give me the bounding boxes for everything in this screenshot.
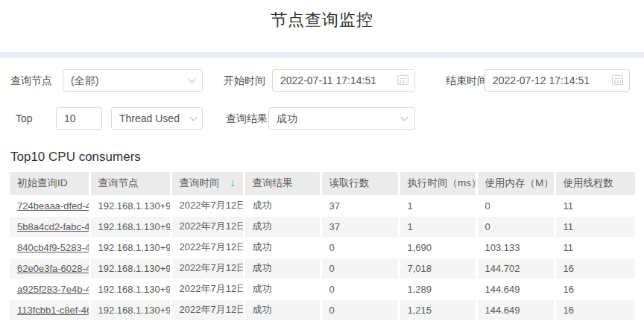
query-id-link[interactable]: 113fcbb1-c8ef-46 xyxy=(17,305,89,316)
table-header-row: 初始查询ID查询节点↓查询时间查询结果读取行数执行时间（ms）使用内存（M）使用… xyxy=(10,172,635,195)
table-cell: 192.168.1.130+96 xyxy=(89,279,171,299)
table-cell: 2022年7月12日 1 xyxy=(171,279,244,299)
table-cell: 144.649 xyxy=(476,299,555,320)
query-node-select[interactable]: (全部) xyxy=(63,69,203,92)
page-title: 节点查询监控 xyxy=(0,9,644,31)
metric-select[interactable]: Thread Used xyxy=(111,107,203,130)
start-time-label: 开始时间 xyxy=(224,69,265,92)
table-row: 62e0e3fa-6028-4e192.168.1.130+962022年7月1… xyxy=(10,258,635,279)
table-cell: 0 xyxy=(321,258,399,279)
table-cell: 1 xyxy=(399,216,476,237)
table-cell: 成功 xyxy=(244,237,321,258)
table-cell: 0 xyxy=(476,195,555,216)
top-count-input[interactable] xyxy=(56,107,102,130)
table-cell: 192.168.1.130+96 xyxy=(89,195,171,216)
end-time-input[interactable] xyxy=(484,69,630,92)
calendar-icon[interactable] xyxy=(397,75,408,85)
table-cell: 成功 xyxy=(244,258,321,279)
table-cell: 成功 xyxy=(244,195,321,216)
column-header[interactable]: 初始查询ID xyxy=(10,172,89,195)
section-title: Top10 CPU consumers xyxy=(10,150,141,165)
table-row: 5b8a4cd2-fabc-4192.168.1.130+962022年7月12… xyxy=(10,216,635,237)
table-cell: 2022年7月12日 1 xyxy=(171,237,244,258)
column-header-label: 执行时间（ms） xyxy=(408,177,477,188)
sort-down-icon[interactable]: ↓ xyxy=(230,177,236,188)
query-node-label: 查询节点 xyxy=(10,69,52,92)
table-body: 724beaaa-dfed-4192.168.1.130+962022年7月12… xyxy=(10,195,635,320)
column-header-label: 初始查询ID xyxy=(17,177,68,188)
table-cell: 5b8a4cd2-fabc-4 xyxy=(10,216,89,237)
top10-cpu-table: 初始查询ID查询节点↓查询时间查询结果读取行数执行时间（ms）使用内存（M）使用… xyxy=(10,172,635,320)
column-header[interactable]: 使用内存（M） xyxy=(476,172,555,195)
filter-row-2: Top Thread Used 查询结果 成功 xyxy=(0,107,644,130)
table-cell: 103.133 xyxy=(476,237,555,258)
table-cell: 840cb4f9-5283-4 xyxy=(10,237,89,258)
table-cell: 144.649 xyxy=(476,279,555,299)
column-header[interactable]: 使用线程数 xyxy=(555,172,635,195)
table-cell: 2022年7月12日 1 xyxy=(171,195,244,216)
query-result-label: 查询结果 xyxy=(226,107,268,130)
table-cell: 1,289 xyxy=(399,279,476,299)
column-header[interactable]: 读取行数 xyxy=(321,172,399,195)
table-row: 840cb4f9-5283-4192.168.1.130+962022年7月12… xyxy=(10,237,635,258)
table-cell: 7,018 xyxy=(399,258,476,279)
table-cell: 成功 xyxy=(244,279,321,299)
table-cell: 37 xyxy=(321,216,399,237)
table-cell: a925f283-7e4b-4 xyxy=(10,279,89,299)
query-id-link[interactable]: 840cb4f9-5283-4 xyxy=(17,242,89,253)
end-time-label: 结束时间 xyxy=(446,69,487,92)
table-row: 113fcbb1-c8ef-46192.168.1.130+962022年7月1… xyxy=(10,299,635,320)
table-cell: 11 xyxy=(555,216,635,237)
table-cell: 0 xyxy=(321,237,399,258)
table-cell: 0 xyxy=(321,299,399,320)
query-id-link[interactable]: 724beaaa-dfed-4 xyxy=(17,200,89,212)
table-cell: 192.168.1.130+96 xyxy=(89,299,171,320)
table-cell: 37 xyxy=(321,195,399,216)
start-time-input[interactable] xyxy=(272,69,415,92)
column-header[interactable]: ↓查询时间 xyxy=(171,172,244,195)
table-cell: 成功 xyxy=(244,299,321,320)
table-cell: 0 xyxy=(476,216,555,237)
column-header-label: 查询时间 xyxy=(180,177,220,188)
table-cell: 2022年7月12日 1 xyxy=(171,258,244,279)
column-header-label: 使用线程数 xyxy=(564,177,614,188)
table-cell: 16 xyxy=(555,258,635,279)
table-cell: 192.168.1.130+96 xyxy=(89,237,171,258)
table-cell: 1 xyxy=(399,195,476,216)
end-time-field xyxy=(484,69,630,92)
table-cell: 1,215 xyxy=(399,299,476,320)
table-cell: 16 xyxy=(555,299,635,320)
calendar-icon[interactable] xyxy=(612,75,623,85)
query-id-link[interactable]: a925f283-7e4b-4 xyxy=(17,284,89,295)
table-cell: 2022年7月12日 1 xyxy=(171,299,244,320)
table-cell: 113fcbb1-c8ef-46 xyxy=(10,299,89,320)
table-cell: 1,690 xyxy=(399,237,476,258)
top-label: Top xyxy=(16,107,33,130)
table-row: 724beaaa-dfed-4192.168.1.130+962022年7月12… xyxy=(10,195,635,216)
query-id-link[interactable]: 5b8a4cd2-fabc-4 xyxy=(17,221,89,232)
table-cell: 724beaaa-dfed-4 xyxy=(10,195,89,216)
column-header[interactable]: 执行时间（ms） xyxy=(399,172,476,195)
column-header-label: 查询节点 xyxy=(98,177,139,188)
table-cell: 11 xyxy=(555,195,635,216)
column-header[interactable]: 查询结果 xyxy=(244,172,321,195)
table-cell: 144.702 xyxy=(476,258,555,279)
table-cell: 2022年7月12日 1 xyxy=(171,216,244,237)
query-result-select-value: 成功 xyxy=(268,107,415,130)
start-time-field xyxy=(272,69,415,92)
table-row: a925f283-7e4b-4192.168.1.130+962022年7月12… xyxy=(10,279,635,299)
table-cell: 成功 xyxy=(244,216,321,237)
column-header-label: 读取行数 xyxy=(329,177,370,188)
section-divider xyxy=(0,52,644,58)
column-header[interactable]: 查询节点 xyxy=(89,172,171,195)
query-id-link[interactable]: 62e0e3fa-6028-4e xyxy=(17,263,89,274)
table-cell: 11 xyxy=(555,237,635,258)
table-cell: 192.168.1.130+96 xyxy=(89,216,171,237)
query-result-select[interactable]: 成功 xyxy=(268,107,415,130)
table-cell: 0 xyxy=(321,279,399,299)
metric-select-value: Thread Used xyxy=(111,107,203,130)
table-cell: 192.168.1.130+96 xyxy=(89,258,171,279)
table-cell: 62e0e3fa-6028-4e xyxy=(10,258,89,279)
table-cell: 16 xyxy=(555,279,635,299)
query-node-select-value: (全部) xyxy=(63,69,203,92)
